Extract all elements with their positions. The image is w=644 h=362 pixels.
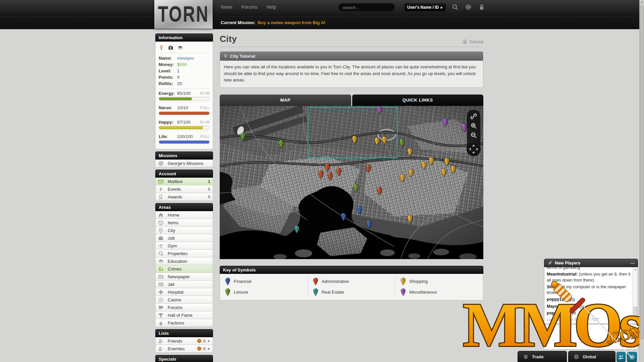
map-pin-administrative[interactable] — [327, 172, 333, 181]
key-label: Real Estate — [322, 290, 344, 295]
notification-dot — [197, 347, 201, 351]
sidebar-item-george-s-missions[interactable]: George's Missions — [155, 160, 213, 167]
map-pin-miscellaneous[interactable] — [376, 106, 382, 115]
sidebar-item-label: George's Missions — [168, 161, 210, 166]
map-pin-shopping[interactable] — [429, 157, 434, 166]
map-pin-shopping[interactable] — [400, 174, 406, 183]
sidebar-item-label: Forums — [168, 305, 210, 310]
map-link-icon[interactable] — [470, 113, 477, 120]
map-pin-miscellaneous[interactable] — [442, 118, 448, 127]
sidebar-item-forums[interactable]: Forums — [155, 304, 213, 311]
current-mission-link[interactable]: Buy a melee weapon from Big Al — [258, 20, 325, 25]
tutorial-link[interactable]: Tutorial — [462, 39, 483, 44]
key-of-symbols-header: Key of Symbols — [220, 266, 483, 274]
tab-map[interactable]: MAP — [220, 95, 351, 106]
map-pin-shopping[interactable] — [444, 158, 449, 166]
miscellaneous-pin-icon — [400, 288, 406, 296]
map-pin-shopping[interactable] — [352, 135, 357, 144]
lock-icon[interactable] — [478, 4, 485, 10]
map-pin-shopping[interactable] — [441, 168, 447, 177]
zoom-in-icon[interactable] — [470, 122, 477, 129]
map-pin-administrative[interactable] — [336, 168, 342, 176]
info-field-value: 1 — [177, 68, 179, 74]
sidebar-item-count: 0 — [208, 187, 210, 192]
sidebar-item-hospital[interactable]: Hospital — [155, 288, 213, 296]
player-info-fields: Name:mewiyevMoney:$550Level:1Points:0Ref… — [159, 55, 210, 87]
chat-scrollbar[interactable]: ▲ ▼ — [633, 267, 638, 323]
map-pin-administrative[interactable] — [366, 164, 371, 173]
sidebar-item-hall-of-fame[interactable]: Hall of Fame — [155, 311, 213, 319]
map-pin-leisure[interactable] — [399, 139, 405, 147]
map-pin-financial[interactable] — [366, 220, 372, 229]
scroll-up-icon[interactable]: ▲ — [633, 268, 638, 271]
key-column: AdministrativeReal Estate — [308, 277, 395, 297]
lightbulb-icon — [223, 54, 228, 59]
map-pin-shopping[interactable] — [408, 169, 414, 177]
map-pin-leisure[interactable] — [240, 132, 246, 141]
sidebar-item-city[interactable]: City — [155, 227, 213, 234]
chat-scroll-thumb[interactable] — [633, 307, 637, 315]
chat-tab-trade[interactable]: Trade — [518, 351, 567, 362]
nav-forums[interactable]: Forums — [241, 4, 257, 10]
stat-bar-life: Life:100/100FULL — [159, 134, 210, 146]
nav-news[interactable]: News — [221, 4, 232, 10]
page-scroll-thumb[interactable] — [640, 5, 644, 340]
map-pin-shopping[interactable] — [382, 136, 387, 145]
stat-label: Happy: — [159, 119, 177, 125]
map-pin-shopping[interactable] — [421, 161, 427, 170]
sidebar-item-education[interactable]: Education — [155, 257, 213, 265]
search-input[interactable] — [338, 3, 395, 12]
map-pin-administrative[interactable] — [318, 170, 324, 179]
mission-bar: Current Mission: Buy a melee weapon from… — [0, 16, 644, 29]
zoom-out-icon[interactable] — [470, 132, 477, 138]
sidebar-item-properties[interactable]: Properties — [155, 250, 213, 257]
sidebar-item-newspaper[interactable]: Newspaper — [155, 273, 213, 281]
sidebar-item-events[interactable]: Events0 — [155, 185, 213, 193]
sidebar-item-casino[interactable]: Casino — [155, 296, 213, 304]
map-pin-financial[interactable] — [341, 213, 346, 222]
map-pin-shopping[interactable] — [407, 148, 413, 157]
map-pin-administrative[interactable] — [376, 187, 382, 195]
chat-settings-button[interactable] — [627, 352, 637, 362]
map-pin-shopping[interactable] — [407, 215, 413, 224]
person-minus-icon — [158, 346, 164, 352]
map-pin-realestate[interactable] — [294, 225, 300, 234]
gear-icon[interactable] — [465, 4, 472, 10]
chat-people-button[interactable] — [616, 352, 626, 362]
sidebar-item-items[interactable]: Items — [155, 219, 213, 227]
map-pin-shopping[interactable] — [374, 137, 380, 146]
nav-help[interactable]: Help — [266, 4, 276, 10]
map-pin-administrative[interactable] — [324, 163, 330, 172]
sidebar-item-gym[interactable]: Gym — [155, 242, 213, 250]
sidebar-item-job[interactable]: Job — [155, 234, 213, 242]
sidebar-item-jail[interactable]: Jail — [155, 281, 213, 288]
stat-bar-fill — [159, 140, 209, 143]
map-pin-leisure[interactable] — [278, 140, 284, 148]
chat-message: MeanIndustrial: (unless you get an 8, th… — [547, 272, 631, 283]
tab-quick-links[interactable]: QUICK LINKS — [352, 95, 484, 106]
chat-tab-global[interactable]: Global — [568, 351, 615, 362]
map-pin-shopping[interactable] — [450, 165, 456, 174]
torn-logo[interactable]: TORN — [154, 0, 213, 29]
map-pin-financial[interactable] — [357, 206, 362, 215]
chat-input[interactable] — [544, 324, 638, 350]
sidebar-item-crimes[interactable]: Crimes — [155, 265, 213, 273]
sidebar-item-factions[interactable]: Factions — [155, 319, 213, 327]
info-field-value[interactable]: mewiyev — [177, 55, 194, 61]
page-scrollbar[interactable]: ▲ — [639, 0, 644, 362]
map-pin-miscellaneous[interactable] — [462, 124, 467, 132]
sidebar-item-awards[interactable]: Awards0 — [155, 193, 213, 201]
scroll-down-icon[interactable]: ▼ — [633, 320, 638, 323]
sidebar-item-friends[interactable]: Friends0▶ — [155, 337, 213, 345]
user-name-id-button[interactable]: User's Name / ID ▶ — [404, 3, 446, 12]
city-map[interactable] — [220, 106, 483, 259]
casino-chip-icon — [158, 297, 164, 303]
scroll-up-icon[interactable]: ▲ — [640, 1, 644, 4]
sidebar-item-home[interactable]: Home — [155, 211, 213, 219]
map-pin-leisure[interactable] — [353, 184, 359, 192]
information-panel: Name:mewiyevMoney:$550Level:1Points:0Ref… — [155, 42, 213, 149]
map-dpad[interactable] — [466, 142, 481, 157]
search-icon[interactable] — [452, 4, 459, 10]
sidebar-item-mailbox[interactable]: Mailbox1 — [155, 178, 213, 185]
chat-minimize-button[interactable]: — — [630, 261, 635, 265]
